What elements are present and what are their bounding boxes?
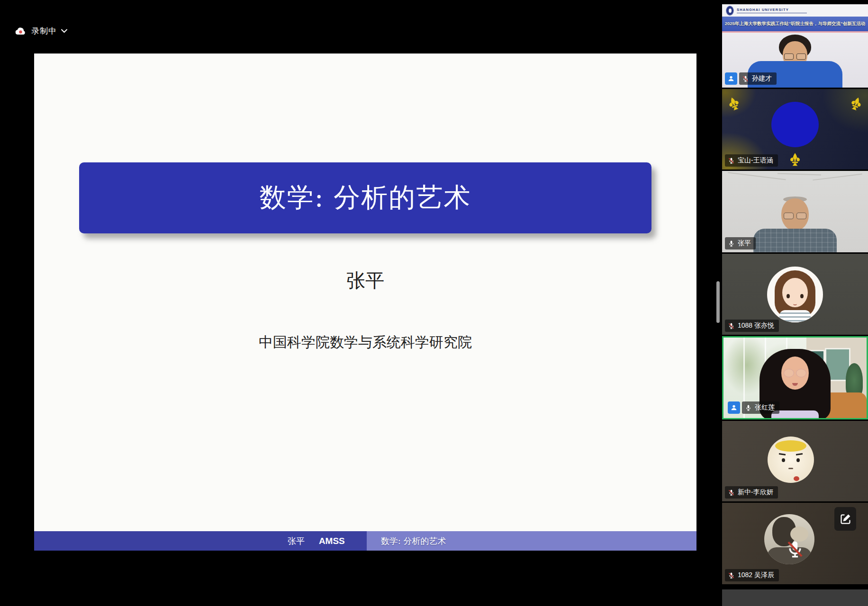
mic-muted-icon (742, 75, 749, 82)
avatar-eyebrow (796, 453, 803, 455)
participant-tile-zhangyiyue[interactable]: 1088 张亦悦 (722, 254, 868, 335)
event-banner: 2025年上海大学数学实践工作站“听院士报告，与导师交流”创新互活动 (722, 17, 868, 31)
avatar-eye (787, 294, 790, 298)
avatar-eyebrow (779, 453, 786, 455)
name-pill: 1088 张亦悦 (725, 320, 779, 332)
avatar-fleur-circle (771, 102, 819, 147)
slide-title-banner: 数学: 分析的艺术 (79, 162, 651, 233)
chevron-down-icon[interactable] (61, 29, 67, 33)
mic-icon (745, 404, 752, 411)
shared-slide: 数学: 分析的艺术 张平 中国科学院数学与系统科学研究院 张平 AMSS 数学:… (34, 53, 696, 551)
name-label-row: 张平 (725, 237, 756, 250)
name-label-row: 孙建才 (725, 72, 777, 85)
slide-author: 张平 (34, 267, 696, 294)
university-header: SHANGHAI UNIVERSITY (722, 4, 868, 17)
avatar-mouth (788, 468, 793, 469)
name-label-row: 宝山-王语涵 (725, 154, 778, 167)
slide-footer-left: 张平 AMSS (34, 531, 367, 551)
host-person-badge (725, 72, 737, 85)
name-pill: 1082 吴泽辰 (725, 569, 779, 581)
name-pill: 张红莲 (742, 401, 779, 414)
avatar-eye (782, 458, 785, 462)
avatar-mouth (793, 303, 797, 305)
participant-tile-partial[interactable] (722, 589, 868, 606)
avatar-striped-shirt (779, 310, 811, 322)
footer-title: 数学: 分析的艺术 (381, 535, 446, 547)
footer-affiliation: AMSS (319, 536, 345, 546)
person-glasses (783, 213, 807, 219)
participant-name: 宝山-王语涵 (738, 156, 773, 165)
participant-tile-wangyuhan[interactable]: 宝山-王语涵 (722, 89, 868, 169)
person-glasses (784, 369, 806, 377)
name-pill: 孙建才 (739, 72, 777, 85)
mic-icon (728, 240, 735, 247)
participant-tile-zhangping[interactable]: 张平 (722, 171, 868, 252)
mic-muted-icon (728, 489, 735, 496)
muted-mic-overlay-icon (785, 539, 805, 561)
participant-name: 张红莲 (755, 403, 775, 412)
shanghai-university-logo (726, 6, 734, 16)
avatar-eye (800, 294, 804, 298)
name-pill: 宝山-王语涵 (725, 154, 778, 167)
annotation-button[interactable] (834, 507, 856, 531)
avatar (768, 437, 814, 483)
meeting-app-window: { "app": { "recording_label": "录制中" }, "… (0, 0, 868, 606)
fleur-de-lis-icon (788, 152, 802, 167)
ceiling-line (778, 173, 821, 175)
cloud-recording-icon (14, 27, 27, 36)
participant-name: 1088 张亦悦 (738, 321, 774, 330)
slide-footer-right: 数学: 分析的艺术 (367, 531, 696, 551)
name-pill: 张平 (725, 237, 756, 250)
participant-name: 孙建才 (752, 74, 772, 83)
avatar-collar (794, 476, 799, 481)
participant-tile-sunjiancai[interactable]: SHANGHAI UNIVERSITY 2025年上海大学数学实践工作站“听院士… (722, 4, 868, 88)
fleur-de-lis-icon (725, 95, 743, 113)
participant-name: 1082 吴泽辰 (738, 571, 774, 579)
recording-label: 录制中 (31, 26, 57, 36)
participant-name: 张平 (738, 239, 751, 248)
mic-muted-icon (728, 572, 735, 579)
avatar-eye (796, 458, 800, 462)
name-label-row: 1082 吴泽辰 (725, 569, 779, 581)
recording-indicator[interactable]: 录制中 (14, 26, 67, 36)
annotation-pen-icon (839, 513, 852, 526)
slide-footer-bar: 张平 AMSS 数学: 分析的艺术 (34, 531, 696, 551)
name-label-row: 张红莲 (728, 401, 779, 414)
university-name: SHANGHAI UNIVERSITY (737, 8, 807, 13)
mic-muted-icon (728, 157, 735, 164)
avatar (767, 267, 823, 322)
slide-title: 数学: 分析的艺术 (260, 180, 471, 216)
participant-name: 新中-李欣妍 (738, 488, 773, 497)
participant-list-scrollbar[interactable] (716, 281, 720, 323)
mic-muted-icon (728, 322, 735, 330)
name-label-row: 1088 张亦悦 (725, 320, 779, 332)
person-glasses (784, 53, 806, 59)
slide-institution: 中国科学院数学与系统科学研究院 (34, 333, 696, 352)
name-label-row: 新中-李欣妍 (725, 486, 778, 499)
participant-tile-zhanghonglian[interactable]: 张红莲 (722, 336, 868, 419)
host-person-badge (728, 401, 740, 414)
person-icon (727, 75, 735, 82)
person-icon (730, 404, 738, 411)
participant-tile-lixinyan[interactable]: 新中-李欣妍 (722, 421, 868, 501)
footer-author: 张平 (288, 535, 305, 547)
person-shirt (753, 229, 837, 252)
fleur-de-lis-icon (847, 95, 865, 113)
record-dot (19, 30, 22, 33)
name-pill: 新中-李欣妍 (725, 486, 778, 499)
avatar-hair (775, 440, 806, 452)
